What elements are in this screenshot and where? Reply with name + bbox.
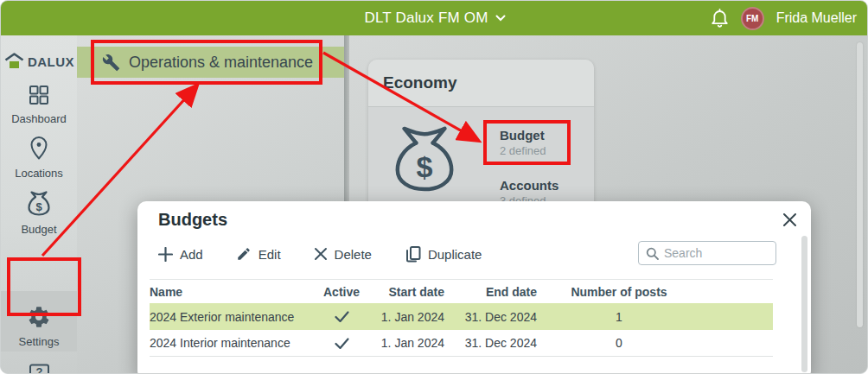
duplicate-button[interactable]: Duplicate [405,245,482,263]
map-pin-icon [28,149,50,163]
svg-text:?: ? [35,365,42,374]
entry-count: 2 defined [500,144,546,157]
money-bag-icon: $ [26,205,52,219]
pencil-icon [236,246,252,262]
edit-button[interactable]: Edit [236,246,281,262]
dalux-house-icon [3,52,24,71]
column-header-name[interactable]: Name [150,285,321,299]
copy-icon [405,245,421,263]
wrench-icon [102,54,120,72]
delete-button-label: Delete [335,247,372,262]
column-header-end-date[interactable]: End date [444,285,537,299]
search-input[interactable] [664,246,769,260]
sidebar-item-dashboard[interactable]: Dashboard [1,80,77,122]
duplicate-button-label: Duplicate [428,247,482,262]
economy-card-title: Economy [368,60,594,107]
sidebar-item-locations[interactable]: Locations [1,132,77,174]
edit-button-label: Edit [258,247,281,262]
cell-name: 2024 Interior maintenance [150,336,321,350]
table-header-row: Name Active Start date End date Number o… [150,279,773,303]
table-row[interactable]: 2024 Interior maintenance 1. Jan 2024 31… [150,330,773,357]
dalux-logo: DALUX [1,48,77,75]
sidebar-item-label: Settings [1,335,77,348]
economy-entry-budget[interactable]: Budget 2 defined [500,128,546,157]
sidebar-item-label: Dashboard [1,112,77,125]
dialog-toolbar: Add Edit Delete [158,241,776,267]
money-bag-icon: $ [391,123,458,195]
user-name: Frida Mueller [776,10,857,26]
dalux-logo-text: DALUX [28,54,74,69]
sidebar-item-settings[interactable]: Settings [1,291,77,352]
user-avatar[interactable]: FM [741,7,764,30]
svg-text:$: $ [417,150,433,183]
close-icon[interactable] [782,212,797,227]
x-delete-icon [314,247,328,261]
cell-number-of-posts: 1 [537,310,701,324]
sidebar-item-help[interactable]: ? Help [1,358,77,374]
top-bar: DLT Dalux FM OM FM Frida Mueller [1,1,868,35]
menu-item-operations-maintenance[interactable]: Operations & maintenance [77,47,344,78]
app-window: DLT Dalux FM OM FM Frida Mueller [0,0,868,374]
sidebar-item-label: Budget [1,223,77,236]
add-button-label: Add [180,247,203,262]
cell-end-date: 31. Dec 2024 [444,310,537,324]
table-row[interactable]: 2024 Exterior maintenance 1. Jan 2024 31… [150,303,773,330]
column-header-active[interactable]: Active [321,285,362,299]
cell-name: 2024 Exterior maintenance [150,310,321,324]
menu-item-label: Operations & maintenance [129,54,313,72]
app-title: DLT Dalux FM OM [364,10,488,27]
delete-button[interactable]: Delete [314,247,372,262]
search-field[interactable] [638,241,776,265]
plus-icon [158,247,173,262]
cell-start-date: 1. Jan 2024 [362,336,444,350]
svg-text:$: $ [35,200,42,213]
column-header-number-of-posts[interactable]: Number of posts [537,285,701,299]
add-button[interactable]: Add [158,247,203,262]
dialog-title: Budgets [158,210,227,230]
notification-bell-icon[interactable] [711,9,729,29]
cell-start-date: 1. Jan 2024 [362,310,444,324]
budgets-dialog: Budgets Add [137,201,811,374]
dialog-scrollbar[interactable] [801,236,807,372]
cell-number-of-posts: 0 [537,336,701,350]
gear-icon [27,317,51,332]
chevron-down-icon [495,15,506,22]
cell-end-date: 31. Dec 2024 [444,336,537,350]
main-scrollbar[interactable] [857,42,863,327]
budgets-table: Name Active Start date End date Number o… [150,279,773,357]
entry-label: Accounts [500,178,558,193]
active-checkmark-icon [321,311,362,322]
sidebar: DALUX Dashboard Locations [1,35,77,373]
entry-label: Budget [500,128,546,143]
column-header-start-date[interactable]: Start date [362,285,444,299]
search-icon [646,247,659,260]
sidebar-item-label: Locations [1,167,77,180]
sidebar-item-budget[interactable]: $ Budget [1,186,77,227]
dashboard-grid-icon [28,94,50,109]
active-checkmark-icon [321,338,362,349]
